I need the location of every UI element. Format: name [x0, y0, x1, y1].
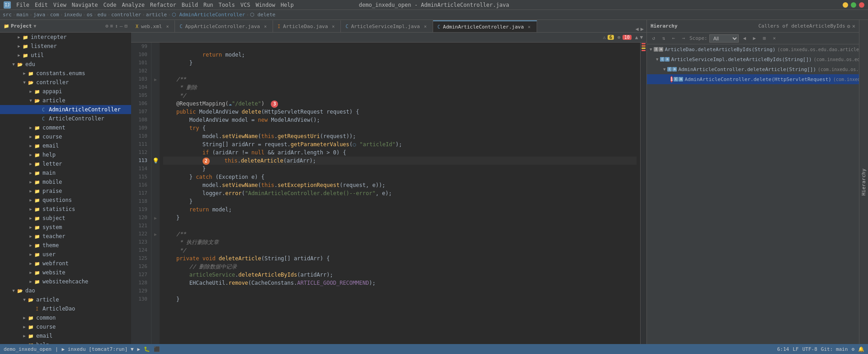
tab-close-button[interactable]: ×: [330, 24, 336, 29]
hier-item-serviceimpl[interactable]: ▼ C m ArticleServiceImpl.deleteArticleBy…: [647, 54, 859, 64]
breadcrumb-part[interactable]: inxedu: [64, 12, 82, 18]
notification-icon[interactable]: 🔔: [858, 346, 864, 352]
tree-item-email-dao[interactable]: ▶ 📁 email: [0, 331, 131, 340]
tree-item-common-dao[interactable]: ▶ 📁 common: [0, 313, 131, 322]
tab-articledao[interactable]: I ArticleDao.java ×: [273, 20, 341, 32]
scope-dropdown[interactable]: All Project: [709, 34, 739, 43]
tab-scroll-right[interactable]: ▶: [641, 26, 644, 32]
tree-item-theme[interactable]: ▶ 📁 theme: [0, 241, 131, 250]
tree-item-teacher[interactable]: ▶ 📁 teacher: [0, 232, 131, 241]
tree-item-intercepter[interactable]: ▶ 📁 intercepter: [0, 33, 131, 42]
breadcrumb-part[interactable]: com: [50, 12, 59, 18]
hier-item-articledao[interactable]: ▼ I m ArticleDao.deleteArticleByIds(Stri…: [647, 44, 859, 54]
tree-item-help[interactable]: ▶ 📁 help: [0, 150, 131, 159]
sidebar-collapse-icon[interactable]: ≡: [110, 23, 113, 29]
hier-item-adminctr-delete[interactable]: ▼ C m AdminArticleController.deleteArtic…: [647, 64, 859, 74]
menu-refactor[interactable]: Refactor: [148, 2, 178, 8]
tab-webxml[interactable]: X web.xml ×: [131, 20, 175, 32]
tab-appctrl[interactable]: C AppArticleController.java ×: [175, 20, 273, 32]
nav-up-icon[interactable]: ▲: [635, 34, 638, 40]
hier-nav-prev[interactable]: ◀: [741, 34, 749, 43]
sidebar-hide-icon[interactable]: ⊟: [124, 23, 127, 29]
maximize-button[interactable]: [851, 2, 856, 8]
gutter-fold[interactable]: ▶: [151, 75, 160, 83]
tree-item-listener[interactable]: ▶ 📁 listener: [0, 42, 131, 51]
tab-articleserviceimpl[interactable]: C ArticleServiceImpl.java ×: [341, 20, 433, 32]
stop-button[interactable]: ⬛: [154, 346, 160, 352]
menu-tools[interactable]: Tools: [217, 2, 237, 8]
tree-item-dao[interactable]: ▼ 📂 dao: [0, 286, 131, 295]
tree-item-questions[interactable]: ▶ 📁 questions: [0, 196, 131, 205]
sidebar-close-icon[interactable]: —: [120, 23, 123, 29]
menu-analyze[interactable]: Analyze: [120, 2, 146, 8]
menu-navigate[interactable]: Navigate: [70, 2, 100, 8]
run-button[interactable]: ▶: [137, 346, 141, 352]
menu-file[interactable]: File: [14, 2, 31, 8]
tree-item-articlectr[interactable]: C ArticleController: [0, 114, 131, 123]
menu-view[interactable]: View: [52, 2, 68, 8]
tree-item-user[interactable]: ▶ 📁 user: [0, 250, 131, 259]
tree-item-system[interactable]: ▶ 📁 system: [0, 223, 131, 232]
hier-item-adminctr-main[interactable]: 1 C m AdminArticleController.delete(Http…: [647, 74, 859, 84]
menu-window[interactable]: Window: [254, 2, 277, 8]
hierarchy-close[interactable]: ×: [852, 23, 855, 29]
menu-code[interactable]: Code: [102, 2, 118, 8]
debug-button[interactable]: 🐛: [144, 346, 150, 352]
tree-item-statistics[interactable]: ▶ 📁 statistics: [0, 205, 131, 214]
sidebar-dropdown-icon[interactable]: ▼: [33, 24, 36, 29]
breadcrumb-part[interactable]: controller: [111, 12, 141, 18]
menu-help[interactable]: Help: [279, 2, 296, 8]
breadcrumb-method[interactable]: ⬡ delete: [250, 12, 275, 18]
gutter-fold[interactable]: ▶: [151, 214, 160, 222]
menu-vcs[interactable]: VCS: [239, 2, 252, 8]
tree-item-constants[interactable]: ▶ 📁 constants.enums: [0, 69, 131, 78]
minimize-button[interactable]: [843, 2, 848, 8]
tree-item-subject[interactable]: ▶ 📁 subject: [0, 214, 131, 223]
tab-close-button[interactable]: ×: [527, 24, 532, 29]
tree-item-letter[interactable]: ▶ 📁 letter: [0, 159, 131, 168]
tree-item-edu[interactable]: ▼ 📂 edu: [0, 60, 131, 69]
breadcrumb-part[interactable]: src: [3, 12, 12, 18]
tree-item-website[interactable]: ▶ 📁 website: [0, 268, 131, 277]
menu-build[interactable]: Build: [180, 2, 200, 8]
tab-close-button[interactable]: ×: [263, 24, 268, 29]
tree-item-controller[interactable]: ▼ 📂 controller: [0, 78, 131, 87]
tree-item-mobile[interactable]: ▶ 📁 mobile: [0, 177, 131, 187]
breadcrumb-part[interactable]: edu: [98, 12, 107, 18]
code-content[interactable]: return model; } /** * 删除 */ @RequestMapp…: [160, 43, 640, 344]
tree-item-comment[interactable]: ▶ 📁 comment: [0, 123, 131, 132]
tree-item-ArticleDao[interactable]: I ArticleDao: [0, 304, 131, 313]
hier-close-icon[interactable]: ×: [770, 34, 778, 43]
tree-item-appapi[interactable]: ▶ 📁 appapi: [0, 87, 131, 96]
hier-nav-next[interactable]: ▶: [750, 34, 759, 43]
breadcrumb-part[interactable]: main: [17, 12, 29, 18]
menu-edit[interactable]: Edit: [33, 2, 50, 8]
tree-item-course-dao[interactable]: ▶ 📁 course: [0, 322, 131, 331]
tab-scroll-left[interactable]: ◀: [636, 26, 639, 32]
nav-down-icon[interactable]: ▼: [640, 34, 643, 40]
tab-adminctrl[interactable]: C AdminArticleController.java ×: [433, 20, 537, 32]
tree-item-praise[interactable]: ▶ 📁 praise: [0, 187, 131, 196]
tree-item-article-dao[interactable]: ▼ 📂 article: [0, 295, 131, 304]
hier-callers-icon[interactable]: ←: [670, 34, 678, 43]
run-config[interactable]: ▶ inxedu [tomcat7:run] ▼: [62, 346, 134, 352]
hier-refresh-icon[interactable]: ↺: [650, 34, 658, 43]
tree-item-course[interactable]: ▶ 📁 course: [0, 132, 131, 141]
hier-expand-icon[interactable]: ⇅: [660, 34, 668, 43]
settings-icon[interactable]: ⚙: [851, 346, 854, 352]
lightbulb[interactable]: 💡: [151, 157, 160, 165]
breadcrumb-part[interactable]: article: [146, 12, 167, 18]
gutter-fold[interactable]: [151, 108, 160, 116]
tree-item-adminartctr[interactable]: C AdminArticleController: [0, 105, 131, 114]
tree-item-util[interactable]: ▶ 📁 util: [0, 51, 131, 60]
sidebar-expand-icon[interactable]: ↕: [115, 23, 118, 29]
hier-callees-icon[interactable]: →: [679, 34, 688, 43]
tab-close-button[interactable]: ×: [423, 24, 428, 29]
hier-export-icon[interactable]: ⊞: [760, 34, 769, 43]
hierarchy-side-label[interactable]: Hierarchy: [859, 20, 868, 344]
tree-item-websiteehcache[interactable]: ▶ 📁 websiteehcache: [0, 277, 131, 286]
hierarchy-settings[interactable]: ⚙: [847, 23, 850, 29]
tree-item-webfront[interactable]: ▶ 📁 webfront: [0, 259, 131, 268]
breadcrumb-part[interactable]: os: [87, 12, 93, 18]
tab-close-button[interactable]: ×: [165, 24, 170, 29]
